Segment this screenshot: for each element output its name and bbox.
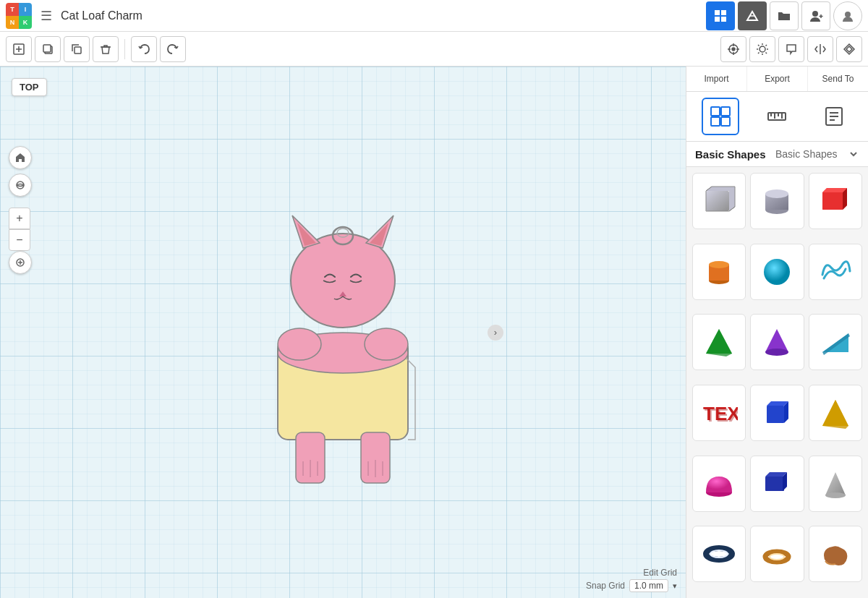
toolbar-separator-1	[124, 39, 125, 59]
panel-actions: Import Export Send To	[686, 67, 868, 92]
panel-collapse-button[interactable]: ›	[488, 325, 503, 341]
view-label[interactable]: TOP	[12, 78, 47, 96]
duplicate-button[interactable]	[35, 36, 61, 62]
svg-point-22	[365, 328, 408, 360]
shapes-header: Basic Shapes Basic Shapes Text & Numbers…	[686, 142, 868, 167]
shapes-view-button[interactable]	[702, 98, 739, 135]
send-to-button[interactable]: Send To	[808, 67, 868, 91]
header: T I N K ☰ Cat Loaf Charm	[0, 0, 868, 32]
shape-cone-purple[interactable]	[750, 314, 804, 370]
snap-grid-row: Snap Grid 1.0 mm ▾	[586, 579, 677, 592]
svg-point-21	[278, 328, 321, 360]
svg-text:TEXT: TEXT	[705, 404, 738, 426]
svg-rect-2	[715, 17, 720, 22]
logo-n: N	[6, 16, 19, 29]
folder-button[interactable]	[770, 1, 799, 30]
shape-scribble[interactable]	[809, 244, 862, 300]
shape-sphere[interactable]	[750, 244, 804, 300]
toolbar	[0, 32, 868, 67]
svg-point-54	[825, 492, 846, 498]
grid-view-button[interactable]	[706, 1, 735, 30]
shape-blob-brown[interactable]	[809, 526, 862, 582]
header-right	[706, 1, 862, 30]
logo-k: K	[19, 16, 32, 29]
home-view-button[interactable]	[9, 146, 32, 169]
shape-torus-dark[interactable]	[692, 526, 746, 582]
shapes-title: Basic Shapes	[695, 148, 766, 161]
shape-pyramid-green[interactable]	[692, 314, 746, 370]
shape-dome-pink[interactable]	[692, 456, 746, 512]
import-button[interactable]: Import	[686, 67, 747, 91]
toolbar-right-group	[720, 36, 862, 62]
svg-point-11	[732, 48, 735, 51]
svg-point-5	[845, 12, 851, 17]
shape-cylinder-hole[interactable]	[750, 173, 804, 229]
shape-cube-dark-blue[interactable]	[750, 385, 804, 441]
new-button[interactable]	[6, 36, 32, 62]
camera-target-button[interactable]	[720, 36, 746, 62]
shape-box-solid[interactable]	[809, 173, 862, 229]
svg-point-46	[709, 261, 729, 268]
canvas-area[interactable]: TOP + −	[0, 67, 686, 598]
undo-button[interactable]	[131, 36, 157, 62]
add-user-button[interactable]	[801, 1, 830, 30]
left-nav-controls	[9, 146, 32, 197]
svg-rect-51	[767, 406, 784, 423]
shape-text-3d[interactable]: TEXTTEXT	[692, 385, 746, 441]
menu-icon[interactable]: ☰	[41, 8, 52, 24]
svg-point-23	[291, 234, 395, 328]
copy-button[interactable]	[64, 36, 90, 62]
snap-grid-label: Snap Grid	[586, 581, 625, 591]
edit-grid-label[interactable]: Edit Grid	[643, 568, 677, 578]
notes-button[interactable]	[778, 36, 804, 62]
tinkercad-logo[interactable]: T I N K	[6, 3, 32, 29]
shapes-grid: TEXTTEXT	[686, 167, 868, 598]
svg-rect-3	[721, 17, 726, 22]
svg-rect-33	[711, 117, 720, 126]
user-avatar-button[interactable]	[833, 1, 862, 30]
svg-rect-53	[765, 477, 784, 491]
export-button[interactable]: Export	[747, 67, 808, 91]
svg-rect-37	[706, 191, 729, 211]
svg-rect-32	[721, 107, 730, 116]
logo-i: I	[19, 3, 32, 16]
svg-point-42	[765, 189, 788, 198]
svg-point-47	[764, 259, 790, 285]
shape-box-hole[interactable]	[692, 173, 746, 229]
right-panel: Import Export Send To Basic Shapes Basic…	[686, 67, 868, 598]
orbit-button[interactable]	[9, 174, 32, 197]
canvas-bottom: Edit Grid Snap Grid 1.0 mm ▾	[586, 568, 677, 592]
delete-button[interactable]	[93, 36, 119, 62]
mirror-button[interactable]	[807, 36, 833, 62]
zoom-out-button[interactable]: −	[9, 229, 30, 251]
fit-all-button[interactable]	[9, 251, 32, 274]
svg-point-4	[812, 11, 818, 17]
build-view-button[interactable]	[738, 1, 767, 30]
shape-cone-gray[interactable]	[809, 456, 862, 512]
panel-view-icons	[686, 92, 868, 142]
zoom-controls: + −	[9, 208, 30, 251]
measure-view-button[interactable]	[758, 98, 796, 135]
cat-loaf-model[interactable]	[227, 165, 459, 500]
zoom-in-button[interactable]: +	[9, 208, 30, 229]
svg-rect-0	[715, 10, 720, 15]
shapes-category-dropdown[interactable]: Basic Shapes Text & Numbers Connectors F…	[773, 148, 859, 161]
logo-t: T	[6, 3, 19, 16]
svg-rect-34	[721, 117, 730, 126]
shape-torus-brown[interactable]	[750, 526, 804, 582]
svg-point-48	[765, 349, 788, 356]
shape-cylinder-solid[interactable]	[692, 244, 746, 300]
shape-pyramid-yellow[interactable]	[809, 385, 862, 441]
svg-point-56	[710, 550, 728, 558]
notes-view-button[interactable]	[815, 98, 853, 135]
shape-wedge-teal[interactable]	[809, 314, 862, 370]
redo-button[interactable]	[160, 36, 186, 62]
shape-box-navy[interactable]	[750, 456, 804, 512]
fit-view-controls	[9, 251, 32, 274]
group-button[interactable]	[836, 36, 862, 62]
svg-point-58	[770, 554, 784, 560]
main-area: TOP + −	[0, 67, 868, 598]
snap-grid-value[interactable]: 1.0 mm	[629, 579, 668, 592]
lighting-button[interactable]	[749, 36, 775, 62]
snap-dropdown-icon[interactable]: ▾	[673, 581, 677, 591]
